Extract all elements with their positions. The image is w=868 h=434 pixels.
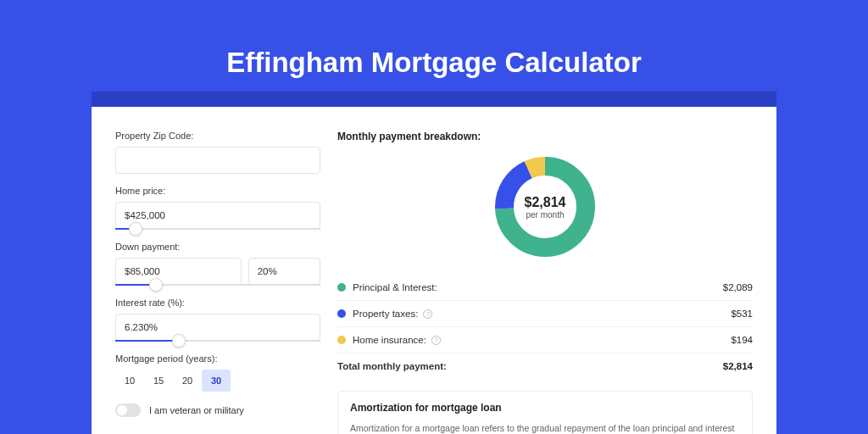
period-button[interactable]: 15 <box>144 370 173 392</box>
breakdown-row: Property taxes: ? $531 <box>337 301 753 327</box>
veteran-label: I am veteran or military <box>149 405 244 415</box>
period-button[interactable]: 10 <box>115 370 144 392</box>
home-price-slider[interactable] <box>115 228 320 230</box>
period-options: 10 15 20 30 <box>115 370 320 392</box>
legend-dot-icon <box>337 336 346 344</box>
donut-amount: $2,814 <box>525 195 566 210</box>
zip-label: Property Zip Code: <box>115 131 320 141</box>
legend-dot-icon <box>337 283 346 292</box>
breakdown-label: Principal & Interest: <box>353 282 723 292</box>
breakdown-total-label: Total monthly payment: <box>337 361 723 371</box>
donut-center: $2,814 per month <box>492 154 598 259</box>
veteran-row: I am veteran or military <box>115 403 320 417</box>
donut-chart-wrap: $2,814 per month <box>337 154 753 259</box>
breakdown-row: Home insurance: ? $194 <box>337 327 753 353</box>
form-panel: Property Zip Code: Home price: Down paym… <box>115 131 320 434</box>
donut-sublabel: per month <box>526 210 564 220</box>
down-payment-group: Down payment: <box>115 242 320 286</box>
toggle-knob-icon <box>117 405 127 415</box>
down-payment-label: Down payment: <box>115 242 320 252</box>
page-title: Effingham Mortgage Calculator <box>0 47 868 79</box>
breakdown-value: $531 <box>731 309 753 319</box>
donut-chart: $2,814 per month <box>492 154 598 259</box>
calculator-card: Property Zip Code: Home price: Down paym… <box>92 107 776 434</box>
period-group: Mortgage period (years): 10 15 20 30 <box>115 353 320 392</box>
interest-input[interactable] <box>115 314 320 341</box>
page-header: Effingham Mortgage Calculator <box>0 0 868 92</box>
down-payment-slider[interactable] <box>115 284 320 286</box>
header-band <box>92 92 776 107</box>
interest-label: Interest rate (%): <box>115 298 320 308</box>
breakdown-row: Principal & Interest: $2,089 <box>337 275 753 301</box>
slider-thumb-icon[interactable] <box>172 334 186 348</box>
home-price-input[interactable] <box>115 202 320 229</box>
breakdown-value: $2,089 <box>723 282 753 292</box>
period-label: Mortgage period (years): <box>115 353 320 364</box>
period-button[interactable]: 30 <box>202 370 231 392</box>
slider-thumb-icon[interactable] <box>149 278 163 292</box>
slider-thumb-icon[interactable] <box>129 222 142 236</box>
breakdown-panel: Monthly payment breakdown: $2,814 per mo… <box>337 131 753 434</box>
zip-input[interactable] <box>115 147 320 174</box>
zip-group: Property Zip Code: <box>115 131 320 174</box>
amortization-text: Amortization for a mortgage loan refers … <box>350 422 740 434</box>
info-icon[interactable]: ? <box>431 336 441 345</box>
breakdown-total-row: Total monthly payment: $2,814 <box>337 353 753 379</box>
breakdown-value: $194 <box>731 335 753 345</box>
amortization-title: Amortization for mortgage loan <box>350 402 740 414</box>
interest-slider[interactable] <box>115 340 320 342</box>
amortization-section: Amortization for mortgage loan Amortizat… <box>337 391 753 434</box>
breakdown-title: Monthly payment breakdown: <box>337 131 753 142</box>
legend-dot-icon <box>337 309 346 318</box>
down-payment-pct-input[interactable] <box>248 258 320 285</box>
info-icon[interactable]: ? <box>423 309 432 319</box>
veteran-toggle[interactable] <box>115 403 141 417</box>
interest-group: Interest rate (%): <box>115 298 320 342</box>
home-price-label: Home price: <box>115 186 320 196</box>
down-payment-input[interactable] <box>115 258 242 285</box>
period-button[interactable]: 20 <box>173 370 202 392</box>
breakdown-total-value: $2,814 <box>723 361 753 371</box>
home-price-group: Home price: <box>115 186 320 230</box>
breakdown-label: Home insurance: ? <box>353 335 731 345</box>
breakdown-label: Property taxes: ? <box>353 309 731 319</box>
